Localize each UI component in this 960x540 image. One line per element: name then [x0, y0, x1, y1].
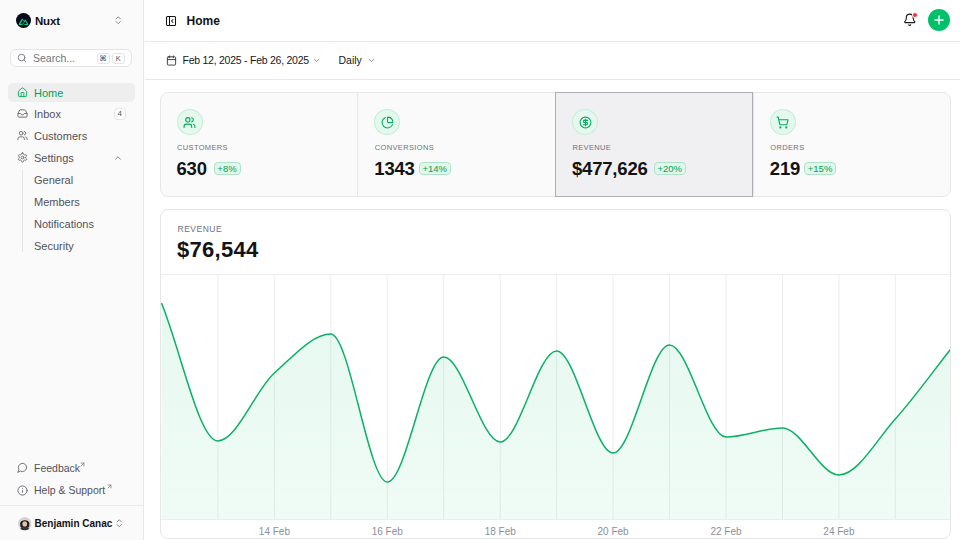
svg-text:20 Feb: 20 Feb: [597, 526, 629, 537]
svg-text:16 Feb: 16 Feb: [371, 526, 403, 537]
svg-text:22 Feb: 22 Feb: [710, 526, 742, 537]
svg-text:24 Feb: 24 Feb: [823, 526, 855, 537]
svg-text:18 Feb: 18 Feb: [484, 526, 516, 537]
svg-text:14 Feb: 14 Feb: [258, 526, 290, 537]
